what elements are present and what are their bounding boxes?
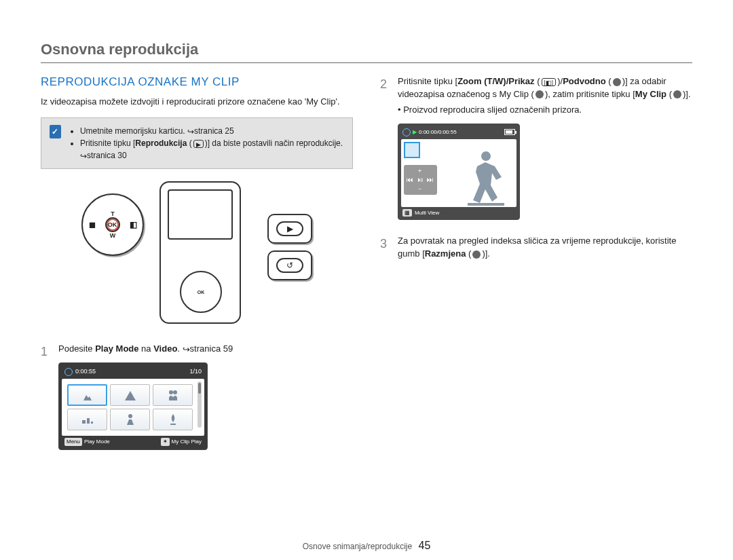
gallery-myclip-label: My Clip Play xyxy=(172,438,202,446)
step-text: Pritisnite tipku [ xyxy=(398,76,457,86)
svg-point-1 xyxy=(173,390,177,394)
dpad-down-label: W xyxy=(110,232,116,239)
svg-point-0 xyxy=(169,390,173,394)
step-text: na xyxy=(139,343,154,354)
right-column: 2 Pritisnite tipku [Zoom (T/W)/Prikaz (|… xyxy=(380,75,692,457)
step-text: ( xyxy=(666,89,672,99)
preview-top-bar: ▶ 0:00:00/0:00:55 xyxy=(401,127,516,139)
step-page-ref: stranica 59 xyxy=(190,343,233,354)
control-icons: ⏮ ⏯ ⏭ xyxy=(407,175,434,185)
camera-ok-label: OK xyxy=(198,290,205,295)
view-icon: |◧| xyxy=(542,78,557,86)
myclip-badge: ✶ xyxy=(161,438,170,446)
step-number: 1 xyxy=(41,343,50,449)
footer-text: Osnove snimanja/reprodukcije xyxy=(303,542,412,551)
gallery-scrollbar xyxy=(198,381,202,428)
step-bold: Play Mode xyxy=(95,343,138,354)
step-text: ), zatim pritisnite tipku [ xyxy=(545,89,635,99)
step-bold: Podvodno xyxy=(563,76,606,86)
step-sublist: Proizvod reproducira slijed označenih pr… xyxy=(398,104,692,117)
note-item-2: Pritisnite tipku [Reprodukcija (▶)] da b… xyxy=(80,137,344,162)
note-bold: Reprodukcija xyxy=(135,138,187,148)
multiview-label: Multi View xyxy=(415,209,439,217)
step-bold: Video xyxy=(153,343,177,354)
note-page-ref: stranica 25 xyxy=(194,126,234,136)
gallery-counter: 1/10 xyxy=(189,367,202,376)
step-body: Za povratak na pregled indeksa sličica z… xyxy=(398,235,692,261)
dpad-callout: T ◼ OK ◧ W xyxy=(81,193,144,256)
step-body: Podesite Play Mode na Video. ↪stranica 5… xyxy=(58,343,353,449)
section-title: Osnovna reprodukcija xyxy=(41,41,692,58)
step-bold: Razmjena xyxy=(425,248,466,259)
play-button-icon: ▶ xyxy=(276,221,303,236)
step-text: Podesite xyxy=(58,343,95,354)
dpad-up-label: T xyxy=(111,210,115,217)
gallery-top-bar: 0:00:55 1/10 xyxy=(62,366,204,379)
step-2: 2 Pritisnite tipku [Zoom (T/W)/Prikaz (|… xyxy=(380,75,692,220)
note-box: ✓ Umetnite memorijsku karticu. ↪stranica… xyxy=(41,117,353,169)
step-text: ( xyxy=(466,248,471,259)
camera-body: OK xyxy=(159,181,241,324)
step-body: Pritisnite tipku [Zoom (T/W)/Prikaz (|◧|… xyxy=(398,75,692,220)
step-1: 1 Podesite Play Mode na Video. ↪stranica… xyxy=(41,343,353,449)
step-number: 3 xyxy=(380,235,390,261)
selection-marker xyxy=(404,142,420,158)
step-number: 2 xyxy=(380,75,390,220)
step-text: ( xyxy=(606,76,612,86)
globe-icon xyxy=(64,368,73,376)
menu-badge: Menu xyxy=(64,438,82,446)
note-text: )] da biste postavili način reprodukcije… xyxy=(205,138,343,148)
camera-screen xyxy=(168,189,233,240)
step-bold: My Clip xyxy=(635,89,666,99)
share-icon xyxy=(472,250,481,259)
step-text: . xyxy=(177,343,182,354)
myclip-icon xyxy=(673,90,681,98)
playback-controls: ＋ ⏮ ⏯ ⏭ － xyxy=(404,165,437,195)
dpad-right-icon: ◧ xyxy=(130,220,137,229)
note-icon: ✓ xyxy=(50,125,61,138)
preview-screenshot: ▶ 0:00:00/0:00:55 100-0001 ＋ ⏮ ⏯ ⏭ － xyxy=(398,124,520,221)
note-text: Pritisnite tipku [ xyxy=(80,138,135,148)
preview-bottom-bar: ▦ Multi View xyxy=(401,207,516,217)
share-button-icon: ↺ xyxy=(276,258,303,273)
camera-figure: OK T ◼ OK ◧ W ▶ ↺ xyxy=(81,181,312,331)
thumbnail xyxy=(153,384,193,406)
note-text: Umetnite memorijsku karticu. xyxy=(80,126,187,136)
svg-point-2 xyxy=(128,414,132,418)
play-icon: ▶ xyxy=(193,140,204,148)
two-column-layout: REPRODUKCIJA OZNAKE MY CLIP Iz videozapi… xyxy=(41,75,692,457)
page-heading: REPRODUKCIJA OZNAKE MY CLIP xyxy=(41,75,353,89)
camera-dpad: OK xyxy=(180,271,222,313)
multiview-badge: ▦ xyxy=(402,209,412,217)
note-text: ( xyxy=(187,138,191,148)
step-text: )]. xyxy=(683,89,691,99)
globe-icon xyxy=(402,128,411,136)
battery-icon xyxy=(504,129,515,135)
page-footer: Osnove snimanja/reprodukcije 45 xyxy=(0,540,733,552)
dpad-left-icon: ◼ xyxy=(89,220,96,229)
thumbnail xyxy=(110,409,150,430)
thumbnail xyxy=(67,409,107,430)
skater-silhouette xyxy=(462,146,510,207)
preview-screen: 100-0001 ＋ ⏮ ⏯ ⏭ － xyxy=(401,139,516,207)
step-sub-item: Proizvod reproducira slijed označenih pr… xyxy=(398,104,692,117)
thumbnail-selected xyxy=(67,384,107,406)
preview-timecode: 0:00:00/0:00:55 xyxy=(419,128,457,136)
myclip-icon xyxy=(535,90,544,98)
left-column: REPRODUKCIJA OZNAKE MY CLIP Iz videozapi… xyxy=(41,75,353,457)
intro-paragraph: Iz videozapisa možete izdvojiti i reprod… xyxy=(41,96,353,108)
play-indicator-icon: ▶ xyxy=(413,128,417,136)
arrow-icon: ↪ xyxy=(187,126,194,138)
gallery-screenshot: 0:00:55 1/10 xyxy=(58,362,208,450)
thumbnail xyxy=(153,409,193,430)
step-3: 3 Za povratak na pregled indeksa sličica… xyxy=(380,235,692,261)
share-button-callout: ↺ xyxy=(267,250,312,280)
note-item-1: Umetnite memorijsku karticu. ↪stranica 2… xyxy=(80,125,344,137)
underwater-icon xyxy=(613,78,621,86)
divider xyxy=(41,62,692,63)
gallery-time: 0:00:55 xyxy=(75,367,96,376)
note-page-ref: stranica 30 xyxy=(87,151,127,160)
note-list: Umetnite memorijsku karticu. ↪stranica 2… xyxy=(68,125,344,162)
step-text: ( xyxy=(535,76,540,86)
play-button-callout: ▶ xyxy=(267,214,312,244)
